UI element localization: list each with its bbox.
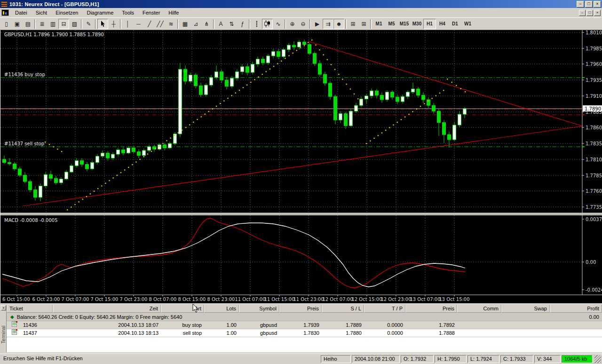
print-button[interactable]: ▤ <box>23 19 33 29</box>
column-header-lots[interactable]: Lots <box>204 305 239 313</box>
timeframe-h4-button[interactable]: H4 <box>436 19 449 29</box>
chart-shift-button[interactable]: ⇉ <box>323 19 333 29</box>
column-header-art[interactable]: Art <box>161 305 204 313</box>
macd-main-line <box>2 223 465 287</box>
column-header-tp[interactable]: T / P <box>364 305 405 313</box>
menu-bar: DateiSichtEinsetzenDiagrammeToolsFenster… <box>0 8 602 18</box>
order-ticket: 11437 <box>21 329 53 337</box>
toolbar-separator <box>177 19 179 29</box>
orders-table-header[interactable]: TicketZeitArtLotsSymbolPreisS / LT / PPr… <box>7 305 602 313</box>
chart-window-icon[interactable] <box>1 9 9 16</box>
order-row[interactable]: 114372004.10.13 18:13sell stop1.00gbpusd… <box>7 329 602 337</box>
candlestick-icon <box>264 20 270 27</box>
new-order-icon: ✎ <box>86 21 91 27</box>
timeframe-m5-button[interactable]: M5 <box>385 19 398 29</box>
child-close-button[interactable]: × <box>594 10 601 16</box>
price-chart-canvas[interactable]: 1.80101.79851.79601.79351.79101.78851.78… <box>0 30 602 303</box>
fibonacci-button[interactable]: ≋ <box>166 19 176 29</box>
order-sl: 1.7889 <box>322 321 364 329</box>
order-symbol: gbpusd <box>239 321 279 329</box>
restore-button[interactable]: □ <box>585 1 593 8</box>
column-header-preis[interactable]: Preis <box>279 305 322 313</box>
properties-button[interactable]: ▧ <box>69 19 80 29</box>
resize-grip[interactable] <box>594 355 601 363</box>
crosshair-button[interactable]: ┼ <box>108 19 119 29</box>
grid-button[interactable]: ▦ <box>180 19 190 29</box>
column-header-swap[interactable]: Swap <box>501 305 550 313</box>
market-watch-button[interactable]: ≣ <box>37 19 48 29</box>
save-profile-icon: ▣ <box>15 21 20 27</box>
order-row[interactable]: 114362004.10.13 18:07buy stop1.00gbpusd1… <box>7 321 602 329</box>
close-button[interactable]: × <box>594 1 601 8</box>
navigator-button[interactable]: ▥ <box>48 19 58 29</box>
timeframe-h1-button[interactable]: H1 <box>423 19 436 29</box>
pitchfork-button[interactable]: ⋔ <box>201 19 212 29</box>
order-zeit: 2004.10.13 18:07 <box>53 321 161 329</box>
vertical-line-button[interactable]: │ <box>122 19 133 29</box>
grid-lines <box>0 30 582 293</box>
menu-fenster[interactable]: Fenster <box>138 8 164 17</box>
trendline-button[interactable]: ╱ <box>144 19 155 29</box>
column-header-preis[interactable]: Preis <box>405 305 457 313</box>
timeframe-w1-button[interactable]: W1 <box>461 19 474 29</box>
arrow-objects-button[interactable]: ⇅ <box>226 19 237 29</box>
trendline <box>23 126 582 206</box>
column-header-profit[interactable]: Profit <box>550 305 602 313</box>
timeframe-m1-button[interactable]: M1 <box>372 19 385 29</box>
candlestick-button[interactable] <box>262 19 273 29</box>
column-header-symbol[interactable]: Symbol <box>239 305 279 313</box>
order-doc-icon <box>12 329 18 335</box>
bar-chart-button[interactable]: ┋ <box>251 19 262 29</box>
terminal-close-button[interactable]: × <box>1 305 6 310</box>
title-bar[interactable]: 1031: Neurex Direct - [GBPUSD,H1] – □ × <box>0 0 602 8</box>
column-header-sl[interactable]: S / L <box>322 305 364 313</box>
horizontal-line-button[interactable]: ─ <box>133 19 144 29</box>
terminal-button[interactable]: ⊟ <box>58 19 69 29</box>
cursor-button[interactable] <box>97 19 108 29</box>
chart-area[interactable]: 1.80101.79851.79601.79351.79101.78851.78… <box>0 30 602 303</box>
timeframe-m30-button[interactable]: M30 <box>411 19 423 29</box>
time-axis-label: 12 Oct 23:00 <box>380 297 411 302</box>
time-axis-label: 11 Oct 07:00 <box>235 297 265 302</box>
time-axis-label: 8 Oct 15:00 <box>178 297 206 302</box>
menu-tools[interactable]: Tools <box>118 8 138 17</box>
channel-icon: ╱╱ <box>157 21 163 27</box>
menu-diagramme[interactable]: Diagramme <box>82 8 118 17</box>
order-sl: 1.7880 <box>322 329 364 337</box>
properties-icon: ▧ <box>72 21 77 27</box>
fibo-fan-button[interactable]: ⊿ <box>190 19 201 29</box>
child-window-controls: – □ × <box>579 10 601 16</box>
channel-button[interactable]: ╱╱ <box>155 19 166 29</box>
toolbar-separator <box>120 19 121 29</box>
new-order-button[interactable]: ✎ <box>83 19 94 29</box>
new-chart-button[interactable]: ▯ <box>1 19 12 29</box>
child-minimize-button[interactable]: – <box>579 10 586 16</box>
menu-hilfe[interactable]: Hilfe <box>164 8 183 17</box>
column-header-ticket[interactable]: Ticket <box>7 305 53 313</box>
save-profile-button[interactable]: ▣ <box>12 19 23 29</box>
zoom-out-button[interactable]: ⊖ <box>298 19 309 29</box>
timeframe-m15-button[interactable]: M15 <box>398 19 411 29</box>
column-header-zeit[interactable]: Zeit <box>53 305 161 313</box>
trendline-icon: ╱ <box>148 21 151 27</box>
macd-indicator-label: MACD -0.0008 -0.0005 <box>4 218 58 223</box>
navigator-icon: ▥ <box>50 21 55 27</box>
timeframe-d1-button[interactable]: D1 <box>449 19 461 29</box>
toolbar-separator <box>95 19 96 29</box>
minimize-button[interactable]: – <box>577 1 584 8</box>
autoscroll-button[interactable]: ▶ <box>312 19 323 29</box>
line-chart-button[interactable]: ∿ <box>273 19 284 29</box>
menu-einsetzen[interactable]: Einsetzen <box>51 8 82 17</box>
indicators-button[interactable]: ƒ <box>237 19 248 29</box>
window-list-button[interactable]: ⊞ <box>358 19 369 29</box>
child-restore-button[interactable]: □ <box>586 10 593 16</box>
zoom-in-button[interactable]: ⊕ <box>287 19 298 29</box>
column-header-comm[interactable]: Comm <box>457 305 501 313</box>
text-label-button[interactable]: A <box>215 19 226 29</box>
balance-row[interactable]: ◆ Balance: 5640.26 Credit: 0 Equity: 564… <box>7 313 602 321</box>
parabolic-sar-dots <box>45 40 466 210</box>
new-window-button[interactable]: ⊞ <box>348 19 358 29</box>
menu-datei[interactable]: Datei <box>11 8 32 17</box>
menu-sicht[interactable]: Sicht <box>32 8 51 17</box>
experts-button[interactable]: ☻ <box>333 19 344 29</box>
